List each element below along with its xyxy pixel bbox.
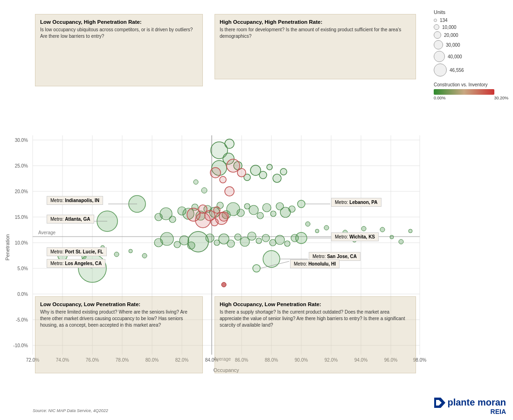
metro-label-honolulu: Metro: Honolulu, HI <box>290 259 340 268</box>
svg-text:Penetration: Penetration <box>5 234 10 260</box>
svg-point-58 <box>78 254 106 282</box>
svg-point-116 <box>380 227 385 232</box>
svg-point-107 <box>291 234 298 242</box>
legend-circle-30000 <box>434 40 443 49</box>
svg-point-118 <box>399 239 403 244</box>
svg-point-138 <box>199 205 207 213</box>
quadrant-bottom-left: Low Occupancy, Low Penetration Rate: Why… <box>35 296 203 373</box>
svg-point-75 <box>222 210 230 219</box>
svg-point-78 <box>244 203 250 209</box>
svg-point-133 <box>273 174 281 182</box>
legend-size-label-40000: 40,000 <box>448 54 462 59</box>
svg-point-123 <box>114 252 119 257</box>
svg-point-80 <box>257 212 263 219</box>
svg-point-109 <box>315 229 319 233</box>
svg-point-86 <box>155 213 162 221</box>
svg-point-134 <box>280 168 287 175</box>
quadrant-top-right-title: High Occupancy, High Penetration Rate: <box>220 19 411 25</box>
svg-text:20.0%: 20.0% <box>15 189 28 194</box>
legend-circle-134 <box>434 19 437 22</box>
svg-point-92 <box>180 236 189 245</box>
quadrant-top-left-desc: Is low occupancy ubiquitous across compe… <box>40 27 198 40</box>
legend-size-40000: 40,000 <box>434 51 508 62</box>
svg-text:Average: Average <box>38 230 56 235</box>
logo-text: plante moran <box>447 397 506 408</box>
svg-point-104 <box>270 239 276 246</box>
svg-point-76 <box>227 203 240 216</box>
svg-point-148 <box>220 176 226 183</box>
svg-point-110 <box>324 225 329 230</box>
svg-point-146 <box>237 168 246 177</box>
legend-size-label-10000: 10,000 <box>442 25 457 30</box>
svg-point-102 <box>256 238 262 244</box>
legend-circle-20000 <box>434 31 441 39</box>
svg-point-125 <box>142 253 147 258</box>
quadrant-bottom-left-title: Low Occupancy, Low Penetration Rate: <box>40 301 198 307</box>
svg-point-144 <box>215 212 228 224</box>
legend-size-134: 134 <box>434 18 508 23</box>
svg-point-83 <box>276 203 284 210</box>
svg-point-149 <box>225 187 234 196</box>
quadrant-bottom-right-desc: Is there a supply shortage? Is the curre… <box>220 309 411 329</box>
legend-units-title: Units <box>434 9 508 15</box>
chart-container: -10.0% -5.0% 0.0% 5.0% 10.0% 15.0% 20.0%… <box>0 0 513 420</box>
legend-size-10000: 10,000 <box>434 24 508 30</box>
svg-point-85 <box>289 206 295 212</box>
svg-point-127 <box>223 153 234 164</box>
svg-point-124 <box>129 249 132 253</box>
svg-text:15.0%: 15.0% <box>15 215 28 220</box>
svg-point-87 <box>160 208 172 220</box>
svg-point-151 <box>211 142 228 159</box>
legend-circle-10000 <box>434 24 439 30</box>
quadrant-bottom-right-title: High Occupancy, Low Penetration Rate: <box>220 301 411 307</box>
legend-circle-46556 <box>434 63 447 77</box>
svg-point-131 <box>259 171 267 179</box>
svg-point-64 <box>263 251 280 267</box>
svg-point-105 <box>275 235 284 245</box>
svg-text:-10.0%: -10.0% <box>13 343 28 348</box>
svg-point-99 <box>235 234 241 240</box>
svg-text:30.0%: 30.0% <box>15 138 28 143</box>
svg-point-145 <box>227 159 240 172</box>
svg-point-136 <box>201 188 207 193</box>
svg-point-150 <box>222 282 226 287</box>
svg-point-130 <box>250 165 261 175</box>
svg-point-129 <box>244 174 250 181</box>
svg-point-117 <box>390 235 394 239</box>
metro-label-los-angeles: Metro: Los Angeles, CA <box>47 259 105 268</box>
svg-point-152 <box>225 139 234 148</box>
metro-label-wichita: Metro: Wichita, KS <box>331 232 379 241</box>
svg-point-81 <box>263 203 271 212</box>
svg-text:25.0%: 25.0% <box>15 163 28 168</box>
svg-point-108 <box>305 222 310 226</box>
legend-size-46556: 46,556 <box>434 63 508 77</box>
legend-size-label-30000: 30,000 <box>446 42 460 48</box>
svg-text:-5.0%: -5.0% <box>16 317 28 322</box>
quadrant-top-right-desc: Is there room for development? Is the am… <box>220 27 411 40</box>
svg-point-68 <box>178 207 186 215</box>
svg-point-91 <box>174 241 180 248</box>
svg-point-100 <box>240 237 250 246</box>
metro-label-atlanta: Metro: Atlanta, GA <box>47 215 94 224</box>
svg-point-98 <box>227 240 235 247</box>
logo-icon <box>434 398 445 408</box>
svg-point-126 <box>212 161 227 175</box>
color-gradient-labels: 0.00% 30.20% <box>434 96 508 100</box>
color-max-label: 30.20% <box>494 96 508 100</box>
svg-line-67 <box>260 261 289 268</box>
legend-color-title: Construction vs. Inventory <box>434 82 508 87</box>
logo-area: plante moran REIA <box>434 397 506 415</box>
svg-point-94 <box>188 231 208 252</box>
quadrant-top-left-title: Low Occupancy, High Penetration Rate: <box>40 19 198 25</box>
svg-point-119 <box>409 229 412 233</box>
svg-point-132 <box>267 164 272 170</box>
svg-point-74 <box>217 202 223 209</box>
color-gradient-bar <box>434 89 494 95</box>
svg-point-54 <box>97 211 118 231</box>
legend-size-label-46556: 46,556 <box>450 68 464 73</box>
svg-point-137 <box>187 208 200 221</box>
logo-reia: REIA <box>434 408 506 415</box>
svg-point-147 <box>210 168 221 178</box>
svg-point-106 <box>284 241 290 246</box>
quadrant-top-left: Low Occupancy, High Penetration Rate: Is… <box>35 14 203 86</box>
